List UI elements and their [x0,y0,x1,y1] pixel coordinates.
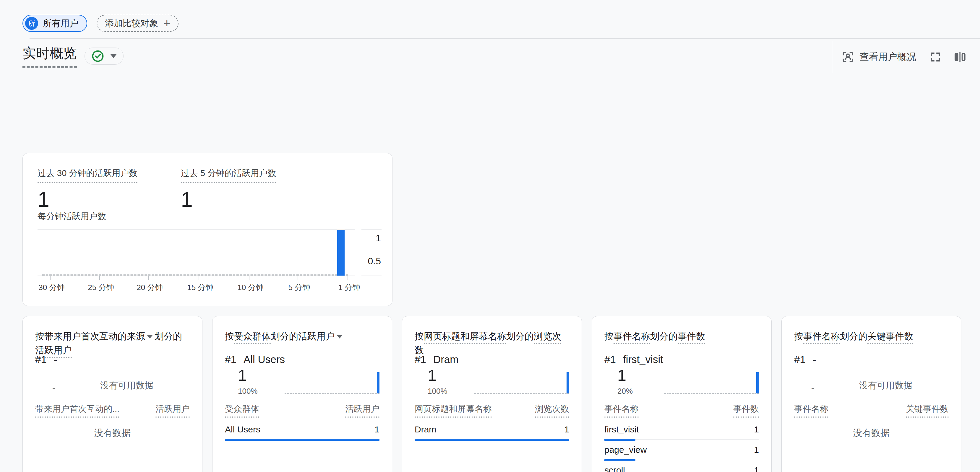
breakdown-cards-row: 按带来用户首次互动的来源划分的活跃用户 #1 - - 没有可用数据 带来用户首次… [22,316,961,472]
row-value: 1 [754,424,759,434]
sparkline [285,372,379,394]
topbar-divider [30,38,980,39]
fullscreen-button[interactable] [929,51,942,63]
rank-index: #1 [794,354,806,366]
card-title-text: 划分的 [650,331,678,342]
x-tick [298,276,298,280]
card-title-text: 事件名称 [614,331,650,344]
card-title-text: 按 [225,331,234,342]
user-snapshot-icon [841,50,855,64]
x-tick-label: -10 分钟 [224,282,274,293]
rank-percent: 100% [428,387,447,396]
card-title-text: 划分的 [506,331,534,342]
card-title-text: 按 [794,331,803,342]
user-snapshot-button[interactable] [841,50,855,64]
row-value: 1 [374,424,379,434]
add-comparison-chip[interactable]: 添加比较对象 + [97,15,178,32]
caret-down-icon [110,54,117,58]
row-value: 1 [754,465,759,472]
card-title-text: 网页标题和屏幕名称 [424,331,506,344]
row-label: first_visit [605,424,639,434]
table-row: page_view1 [605,441,759,461]
metric-header: 关键事件数 [906,403,949,418]
report-actions: 查看用户概况 [832,41,967,73]
table-rows: Dram1 [415,420,569,441]
plus-icon: + [164,17,170,29]
chart-x-axis: -30 分钟-25 分钟-20 分钟-15 分钟-10 分钟-5 分钟-1 分钟 [38,276,355,297]
card-title-text: 受众群体 [234,331,271,344]
card-title: 按受众群体划分的活跃用户 [225,329,380,343]
comparison-avatar: 所 [25,17,38,30]
metric-header: 事件数 [733,403,759,418]
comparison-chip-all-users[interactable]: 所 所有用户 [22,15,87,32]
card-title-text: 划分的活跃用户 [271,331,335,342]
caret-down-icon[interactable] [337,335,342,339]
report-status-dropdown[interactable] [84,48,124,65]
rank-value: 1 [238,366,247,384]
table-divider [794,420,949,420]
metric-active-users-30min: 过去 30 分钟的活跃用户数 1 [38,167,137,211]
report-header: 实时概览 [22,44,124,68]
dimension-header: 网页标题和屏幕名称 [415,403,492,418]
panels-toggle-button[interactable] [953,50,967,64]
rank-row: #1 first_visit [605,354,663,366]
table-header: 事件名称 事件数 [605,403,759,418]
page-title: 实时概览 [22,44,77,68]
row-label: All Users [225,424,260,434]
sparkline [474,372,569,394]
rank-row: #1 Dram [415,354,459,366]
y-tick-label: 1 [375,233,381,244]
rank-name: - [54,354,57,366]
caret-down-icon[interactable] [147,335,153,339]
card-title-text: 按 [605,331,614,342]
table-header: 受众群体 活跃用户 [225,403,379,418]
fullscreen-icon [929,51,942,63]
card-title: 按事件名称划分的事件数 [605,329,759,343]
rank-index: #1 [605,354,616,366]
row-value: 1 [564,424,569,434]
chart-title: 每分钟活跃用户数 [38,211,106,222]
minute-bar[interactable] [337,230,345,276]
dimension-header: 事件名称 [605,403,639,418]
panels-icon [953,50,967,64]
y-tick-label: 0.5 [368,256,381,267]
metric-header: 浏览次数 [535,403,569,418]
x-tick-label: -30 分钟 [25,282,75,293]
table-divider [35,420,190,420]
rank-value: 1 [617,366,626,384]
breakdown-card: 按事件名称划分的关键事件数 #1 - - 没有可用数据 事件名称 关键事件数 没… [781,316,961,472]
dimension-header: 事件名称 [794,403,828,418]
rank-index: #1 [35,354,47,366]
card-title-text: 划分的 [154,331,182,342]
card-title: 按事件名称划分的关键事件数 [794,329,949,343]
metric-header: 活跃用户 [345,403,379,418]
rank-row: #1 - [35,354,57,366]
comparison-chip-label: 所有用户 [43,17,78,30]
row-bar-fill [415,439,569,441]
x-tick-label: -25 分钟 [75,282,125,293]
rank-index: #1 [415,354,426,366]
table-row: Dram1 [415,420,569,441]
no-data-label: 没有数据 [23,427,202,439]
add-comparison-label: 添加比较对象 [105,17,158,30]
comparison-bar: 所 所有用户 添加比较对象 + [22,15,178,32]
rank-percent: 20% [617,387,633,396]
card-title-text: 事件数 [678,331,705,344]
x-tick [199,276,199,280]
x-tick [99,276,100,280]
check-circle-icon [91,49,104,63]
rank-name: Dram [433,354,459,366]
breakdown-card: 按受众群体划分的活跃用户 #1 All Users 1 100% 受众群体 活跃… [212,316,392,472]
sparkline [664,372,759,394]
card-title-text: 事件名称 [803,331,840,344]
table-row: scroll1 [605,461,759,472]
card-title: 按网页标题和屏幕名称划分的浏览次数 [415,329,570,357]
user-snapshot-label[interactable]: 查看用户概况 [859,51,916,64]
metric-value: 1 [181,187,276,211]
sparkline-bar [377,372,379,393]
card-title-text: 划分的 [840,331,867,342]
x-tick [348,276,348,280]
metric-value: 1 [38,187,137,211]
rank-row: #1 All Users [225,354,285,366]
gridline [361,253,382,253]
